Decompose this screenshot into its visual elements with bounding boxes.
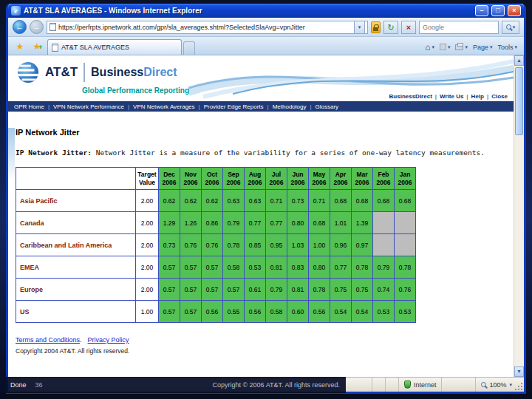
brand-divider: [83, 63, 85, 82]
close-button[interactable]: ×: [508, 5, 521, 16]
tools-menu-button[interactable]: Tools▾: [497, 44, 517, 51]
value-cell: 0.68: [330, 190, 352, 212]
value-cell: 0.78: [352, 256, 373, 279]
nav-item[interactable]: GPR Home: [14, 103, 44, 110]
resize-grip[interactable]: [521, 389, 522, 390]
home-button[interactable]: ⌂▾: [425, 43, 434, 52]
value-cell: 0.68: [395, 190, 416, 212]
value-cell: 0.81: [287, 279, 309, 301]
nav-item[interactable]: VPN Network Performance: [53, 103, 124, 110]
month-header: Mar2006: [352, 168, 373, 190]
address-bar[interactable]: ▾: [47, 21, 368, 34]
value-cell: 0.77: [245, 212, 266, 234]
value-cell: 0.78: [309, 279, 330, 301]
footer-link[interactable]: Terms and Conditions: [16, 336, 80, 344]
table-row: US1.000.570.570.560.550.560.580.600.560.…: [16, 301, 416, 323]
scroll-up-button[interactable]: ▲: [514, 55, 524, 66]
value-cell: 0.97: [352, 234, 373, 256]
utility-link[interactable]: Help: [471, 93, 484, 100]
vertical-scrollbar[interactable]: ▲ ▼: [514, 55, 524, 377]
stop-button[interactable]: ×: [401, 21, 416, 34]
security-lock-icon[interactable]: [371, 21, 381, 33]
value-cell: 0.58: [223, 256, 245, 279]
security-zone-indicator[interactable]: Internet: [398, 378, 442, 392]
internet-zone-shield-icon: [404, 381, 411, 389]
footer-link[interactable]: Privacy Policy: [88, 336, 129, 344]
search-input[interactable]: [423, 24, 495, 31]
value-cell: 0.77: [266, 212, 287, 234]
target-cell: 2.00: [136, 279, 159, 301]
separator: |: [306, 103, 315, 110]
site-header: AT&T BusinessDirect Global Performance R…: [8, 55, 514, 101]
back-button[interactable]: ←: [13, 20, 27, 34]
chevron-down-icon: ▾: [448, 44, 451, 50]
add-favorite-button[interactable]: ★+: [30, 40, 46, 55]
value-cell: 0.78: [395, 256, 416, 279]
url-input[interactable]: [58, 24, 352, 31]
slide-copyright: Copyright © 2006 AT&T. All rights reserv…: [212, 381, 340, 389]
table-corner-cell: [16, 168, 136, 190]
brand-subtitle: Global Performance Reporting: [82, 86, 189, 95]
favorites-center-button[interactable]: ★: [12, 40, 28, 55]
value-cell: 0.76: [202, 234, 223, 256]
region-cell: Caribbean and Latin America: [16, 234, 136, 256]
value-cell: 0.95: [266, 234, 287, 256]
value-cell: 0.63: [223, 190, 245, 212]
value-cell: 0.53: [373, 301, 395, 323]
zoom-control[interactable]: 100% ▾: [475, 378, 524, 392]
value-cell: 0.78: [223, 234, 245, 256]
main-nav: GPR Home|VPN Network Performance|VPN Net…: [8, 101, 514, 112]
value-cell-empty: [395, 234, 416, 256]
nav-item[interactable]: Methodology: [273, 103, 307, 110]
magnifier-icon: [506, 24, 511, 30]
chevron-down-icon: ▾: [432, 44, 434, 50]
utility-link[interactable]: Close: [491, 93, 508, 100]
maximize-button[interactable]: □: [491, 5, 505, 16]
minimize-button[interactable]: –: [475, 5, 488, 16]
value-cell: 0.57: [180, 279, 202, 301]
new-tab-button[interactable]: [183, 41, 195, 55]
value-cell: 0.77: [330, 256, 352, 279]
left-gradient-decoration: [8, 128, 15, 181]
scroll-thumb[interactable]: [515, 67, 523, 135]
page-menu-button[interactable]: Page▾: [473, 44, 493, 51]
slide-page-number: 36: [35, 381, 43, 389]
value-cell: 1.39: [352, 212, 373, 234]
status-segment: [441, 378, 475, 392]
window-titlebar[interactable]: e AT&T SLA AVERAGES - Windows Internet E…: [8, 4, 524, 18]
utility-link[interactable]: Write Us: [440, 93, 463, 100]
nav-item[interactable]: VPN Network Averages: [133, 103, 194, 110]
value-cell: 0.56: [309, 301, 330, 323]
separator: |: [124, 103, 133, 110]
search-button[interactable]: ▾: [502, 21, 519, 34]
value-cell: 1.00: [309, 234, 330, 256]
value-cell: 0.74: [373, 279, 395, 301]
print-button[interactable]: ▾: [455, 44, 468, 50]
region-cell: Asia Pacific: [16, 190, 136, 212]
value-cell: 0.57: [223, 279, 245, 301]
value-cell: 1.01: [330, 212, 352, 234]
value-cell: 0.75: [352, 279, 373, 301]
window-title: AT&T SLA AVERAGES - Windows Internet Exp…: [24, 7, 472, 15]
page-content: IP Network Jitter IP Network Jitter: Net…: [8, 128, 514, 355]
feeds-button[interactable]: ▾: [440, 44, 451, 50]
utility-link[interactable]: BusinessDirect: [389, 93, 432, 100]
nav-item[interactable]: Provider Edge Reports: [204, 103, 264, 110]
separator: |: [484, 93, 491, 100]
printer-icon: [455, 44, 463, 50]
refresh-button[interactable]: ↻: [383, 21, 398, 34]
url-dropdown-button[interactable]: ▾: [354, 21, 365, 34]
search-box[interactable]: [419, 21, 499, 34]
zoom-magnifier-icon: [481, 382, 486, 387]
table-row: Asia Pacific2.000.620.620.620.630.630.71…: [16, 190, 416, 212]
brand-att-text: AT&T: [45, 65, 78, 80]
tab-att-sla-averages[interactable]: AT&T SLA AVERAGES: [47, 39, 182, 55]
zone-label: Internet: [414, 381, 437, 389]
value-cell: 0.53: [395, 301, 416, 323]
scroll-down-button[interactable]: ▼: [514, 366, 524, 377]
value-cell: 0.63: [245, 190, 266, 212]
nav-item[interactable]: Glossary: [316, 103, 339, 110]
separator: |: [195, 103, 204, 110]
forward-button[interactable]: →: [30, 20, 44, 34]
value-cell: 0.53: [245, 256, 266, 279]
